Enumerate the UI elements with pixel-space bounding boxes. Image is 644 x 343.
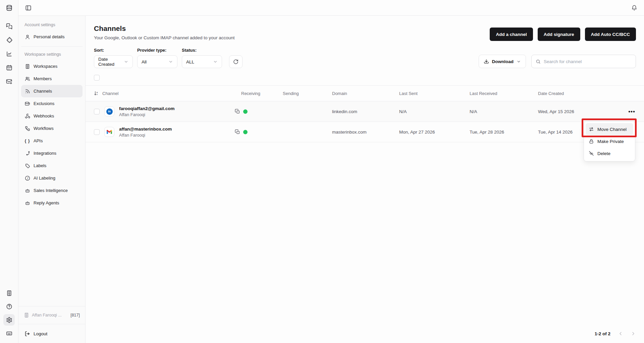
sidebar-item-label: Personal details <box>34 34 65 39</box>
column-header-domain: Domain <box>332 91 399 96</box>
table-header: az Channel Receiving Sending Domain Last… <box>86 86 644 101</box>
app-logo[interactable] <box>3 2 15 14</box>
rail-item-settings[interactable] <box>3 314 15 326</box>
refresh-icon <box>233 59 238 64</box>
add-signature-button[interactable]: Add signature <box>538 28 580 41</box>
logout-icon <box>24 331 30 337</box>
status-select[interactable]: ALL <box>182 55 222 68</box>
rail-item-integrations[interactable] <box>3 34 15 46</box>
swap-arrows-icon <box>589 127 594 132</box>
menu-item-make-private[interactable]: Make Private <box>586 135 633 147</box>
top-bar <box>18 0 644 16</box>
puzzle-icon <box>6 37 12 43</box>
sidebar-item-apis[interactable]: { } APIs <box>21 135 83 147</box>
line-chart-icon <box>6 51 12 57</box>
menu-item-delete[interactable]: Delete <box>586 147 633 159</box>
rail-item-analytics[interactable] <box>3 48 15 59</box>
receiving-status-dot <box>243 109 248 114</box>
chevron-down-icon <box>124 59 128 64</box>
row-checkbox[interactable] <box>94 109 100 114</box>
sidebar-item-integrations[interactable]: Integrations <box>21 147 83 159</box>
user-icon <box>24 34 30 40</box>
copy-icon[interactable] <box>235 129 240 135</box>
logout-label: Logout <box>34 331 47 336</box>
notifications-button[interactable] <box>631 5 637 11</box>
download-button[interactable]: Download <box>479 55 526 68</box>
last-sent-value: Mon, Apr 27 2026 <box>399 130 470 135</box>
column-header-sending: Sending <box>283 91 332 96</box>
rail-item-shortcuts[interactable] <box>3 328 15 339</box>
workspace-switcher[interactable]: Affan Farooqi ... [817] <box>18 306 85 324</box>
logout-button[interactable]: Logout <box>18 324 85 343</box>
channel-owner-name: Affan Farooqi <box>119 112 174 117</box>
sidebar-item-ai-labeling[interactable]: ƒ AI Labeling <box>21 172 83 184</box>
add-auto-ccbcc-button[interactable]: Add Auto CC/BCC <box>585 28 636 41</box>
sidebar-item-workflows[interactable]: Workflows <box>21 122 83 135</box>
row-checkbox[interactable] <box>94 129 100 135</box>
receiving-status-dot <box>243 130 248 134</box>
rail-item-compose[interactable] <box>3 76 15 87</box>
rail-item-help[interactable] <box>3 301 15 312</box>
column-header-last-received: Last Received <box>470 91 538 96</box>
provider-type-label: Provider type: <box>137 48 177 53</box>
search-input[interactable] <box>544 59 632 64</box>
page-subtitle: Your Google, Outlook or Custom IMAP chan… <box>94 35 235 40</box>
chevron-left-icon[interactable] <box>618 331 623 336</box>
provider-type-select[interactable]: All <box>137 55 177 68</box>
calendar-icon <box>6 64 12 71</box>
workspace-name: Affan Farooqi ... <box>32 313 62 317</box>
rail-item-calendar[interactable] <box>3 62 15 73</box>
lock-icon <box>589 139 594 144</box>
menu-item-move-channel[interactable]: Move Channel <box>586 123 633 135</box>
copy-icon[interactable] <box>235 109 240 114</box>
sort-az-icon[interactable]: az <box>94 91 99 96</box>
row-more-button[interactable]: ••• <box>628 109 635 114</box>
webhook-icon <box>24 113 30 119</box>
sidebar-item-label: Workspaces <box>34 64 57 69</box>
table-row[interactable]: in farooqiaffan2@gmail.com Affan Farooqi… <box>86 101 644 122</box>
svg-text:ƒ: ƒ <box>26 177 29 180</box>
chevron-right-icon[interactable] <box>631 331 636 336</box>
main-content: Channels Your Google, Outlook or Custom … <box>86 16 644 343</box>
column-header-channel[interactable]: Channel <box>102 91 118 96</box>
svg-text:a: a <box>97 91 98 93</box>
page-title: Channels <box>94 24 235 33</box>
bot-icon <box>24 188 30 193</box>
gear-icon <box>6 317 12 323</box>
sidebar-item-labels[interactable]: Labels <box>21 159 83 172</box>
building-icon <box>24 63 30 69</box>
users-icon <box>24 76 30 82</box>
sidebar-item-label: Labels <box>34 163 46 168</box>
sidebar-item-label: AI Labeling <box>34 176 55 181</box>
column-header-receiving: Receiving <box>235 91 283 96</box>
provider-type-select-value: All <box>142 59 147 64</box>
braces-icon: { } <box>24 138 30 144</box>
rail-item-conversations[interactable] <box>3 20 15 32</box>
sidebar-item-personal-details[interactable]: Personal details <box>21 31 83 43</box>
sidebar-item-webhooks[interactable]: Webhooks <box>21 110 83 122</box>
channel-domain: linkedin.com <box>332 109 399 114</box>
sidebar-item-reply-agents[interactable]: Reply Agents <box>21 197 83 209</box>
sidebar-item-exclusions[interactable]: Exclusions <box>21 97 83 110</box>
row-context-menu: Move Channel Make Private Delete <box>584 121 635 161</box>
sidebar-item-channels[interactable]: Channels <box>21 85 83 97</box>
database-icon <box>6 4 13 11</box>
refresh-button[interactable] <box>229 55 243 68</box>
sidebar-item-members[interactable]: Members <box>21 72 83 85</box>
mail-alert-icon <box>24 101 30 106</box>
sidebar-item-workspaces[interactable]: Workspaces <box>21 60 83 72</box>
select-all-checkbox[interactable] <box>94 75 100 81</box>
sidebar-toggle-button[interactable] <box>25 5 32 11</box>
table-row[interactable]: affan@masterinbox.com Affan Farooqi mast… <box>86 122 644 142</box>
column-header-date-created: Date Created <box>538 91 619 96</box>
workflow-icon <box>24 126 30 131</box>
integration-icon <box>24 150 30 156</box>
sort-select[interactable]: Date Created <box>94 55 133 68</box>
search-icon <box>536 59 541 64</box>
avatar <box>104 127 114 137</box>
add-channel-button[interactable]: Add a channel <box>490 28 533 41</box>
chat-bubbles-icon <box>6 23 12 30</box>
section-heading-account: Account settings <box>21 20 83 31</box>
sidebar-item-sales-intelligence[interactable]: Sales Intelligence <box>21 184 83 197</box>
rail-item-workspace[interactable] <box>3 287 15 299</box>
